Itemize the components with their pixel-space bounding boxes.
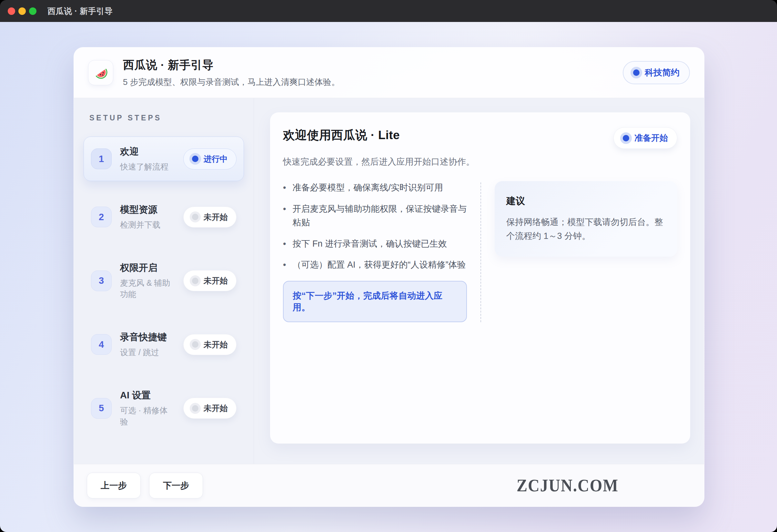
step-title: AI 设置 — [120, 389, 175, 402]
setup-steps-heading: SETUP STEPS — [89, 114, 244, 122]
panel-title: 欢迎使用西瓜说 · Lite — [283, 127, 400, 143]
step-number: 2 — [91, 207, 112, 227]
app-title: 西瓜说 · 新手引导 — [123, 58, 340, 73]
checklist-item-text: 按下 Fn 进行录音测试，确认按键已生效 — [292, 237, 447, 251]
close-window-button[interactable] — [8, 7, 15, 15]
app-logo — [88, 60, 113, 85]
sidebar-step-models[interactable]: 2 模型资源 检测并下载 未开始 — [84, 195, 244, 239]
bullet-icon: • — [283, 258, 286, 272]
steps-list: 1 欢迎 快速了解流程 进行中 2 — [84, 136, 244, 436]
card-body: SETUP STEPS 1 欢迎 快速了解流程 进行中 — [74, 98, 704, 464]
sidebar: SETUP STEPS 1 欢迎 快速了解流程 进行中 — [74, 98, 254, 464]
watermelon-icon — [93, 65, 108, 81]
status-dot-icon — [192, 155, 199, 162]
sidebar-step-hotkey[interactable]: 4 录音快捷键 设置 / 跳过 未开始 — [84, 322, 244, 367]
step-status-badge: 未开始 — [183, 270, 236, 291]
step-text: 模型资源 检测并下载 — [120, 203, 175, 230]
welcome-panel: 欢迎使用西瓜说 · Lite 准备开始 快速完成必要设置，然后进入应用开始口述协… — [270, 112, 690, 443]
next-step-callout: 按“下一步”开始，完成后将自动进入应用。 — [283, 281, 467, 322]
dashed-divider — [480, 182, 481, 322]
checklist-item-text: 开启麦克风与辅助功能权限，保证按键录音与粘贴 — [292, 202, 467, 229]
step-status-badge: 未开始 — [183, 398, 236, 419]
panel-header: 欢迎使用西瓜说 · Lite 准备开始 — [283, 127, 677, 149]
step-status-badge: 进行中 — [183, 148, 236, 170]
card-footer: 上一步 下一步 ZCJUN.COM — [74, 464, 704, 507]
checklist-column: • 准备必要模型，确保离线/实时识别可用 • 开启麦克风与辅助功能权限，保证按键… — [283, 181, 467, 322]
step-status-label: 进行中 — [204, 154, 228, 164]
checklist-item: • 开启麦克风与辅助功能权限，保证按键录音与粘贴 — [283, 202, 467, 229]
checklist-item: • 按下 Fn 进行录音测试，确认按键已生效 — [283, 237, 467, 251]
ready-status-badge: 准备开始 — [614, 127, 677, 149]
theme-badge[interactable]: 科技简约 — [623, 61, 690, 84]
step-text: 权限开启 麦克风 & 辅助功能 — [120, 261, 175, 300]
step-text: 欢迎 快速了解流程 — [120, 145, 175, 173]
sidebar-step-ai[interactable]: 5 AI 设置 可选 · 精修体验 未开始 — [84, 380, 244, 436]
step-desc: 检测并下载 — [120, 219, 175, 230]
onboarding-card: 西瓜说 · 新手引导 5 步完成模型、权限与录音测试，马上进入清爽口述体验。 科… — [74, 47, 704, 507]
step-status-badge: 未开始 — [183, 207, 236, 228]
header-text: 西瓜说 · 新手引导 5 步完成模型、权限与录音测试，马上进入清爽口述体验。 — [123, 58, 340, 88]
status-dot-icon — [192, 405, 199, 412]
next-step-button[interactable]: 下一步 — [149, 472, 203, 499]
card-header: 西瓜说 · 新手引导 5 步完成模型、权限与录音测试，马上进入清爽口述体验。 科… — [74, 47, 704, 98]
checklist-item-text: 准备必要模型，确保离线/实时识别可用 — [292, 181, 443, 195]
status-dot-icon — [192, 214, 199, 220]
app-window: 西瓜说 · 新手引导 — [0, 0, 777, 532]
previous-step-button[interactable]: 上一步 — [87, 472, 141, 499]
step-status-label: 未开始 — [204, 212, 228, 222]
sidebar-step-permissions[interactable]: 3 权限开启 麦克风 & 辅助功能 未开始 — [84, 253, 244, 309]
step-number: 5 — [91, 398, 112, 419]
step-title: 欢迎 — [120, 145, 175, 158]
bullet-icon: • — [283, 202, 286, 229]
tip-title: 建议 — [506, 195, 666, 208]
step-status-label: 未开始 — [204, 403, 228, 414]
window-titlebar: 西瓜说 · 新手引导 — [0, 0, 777, 22]
status-dot-icon — [192, 341, 199, 348]
dot-icon — [633, 70, 640, 76]
step-text: AI 设置 可选 · 精修体验 — [120, 389, 175, 427]
step-title: 模型资源 — [120, 203, 175, 216]
step-status-label: 未开始 — [204, 275, 228, 286]
page-background: 西瓜说 · 新手引导 5 步完成模型、权限与录音测试，马上进入清爽口述体验。 科… — [0, 22, 777, 532]
checklist-item: • 准备必要模型，确保离线/实时识别可用 — [283, 181, 467, 195]
step-desc: 麦克风 & 辅助功能 — [120, 277, 175, 300]
panel-subtitle: 快速完成必要设置，然后进入应用开始口述协作。 — [283, 156, 677, 168]
step-number: 3 — [91, 271, 112, 291]
step-status-label: 未开始 — [204, 339, 228, 350]
step-desc: 可选 · 精修体验 — [120, 405, 175, 427]
traffic-lights — [8, 7, 36, 15]
ready-status-label: 准备开始 — [634, 132, 668, 144]
step-status-badge: 未开始 — [183, 334, 236, 355]
step-desc: 设置 / 跳过 — [120, 347, 175, 358]
status-dot-icon — [192, 278, 199, 284]
theme-badge-label: 科技简约 — [645, 67, 680, 79]
step-text: 录音快捷键 设置 / 跳过 — [120, 331, 175, 358]
step-title: 录音快捷键 — [120, 331, 175, 344]
step-desc: 快速了解流程 — [120, 161, 175, 173]
checklist-item: • （可选）配置 AI，获得更好的“人设精修”体验 — [283, 258, 467, 272]
panel-columns: • 准备必要模型，确保离线/实时识别可用 • 开启麦克风与辅助功能权限，保证按键… — [283, 181, 677, 322]
watermark-text: ZCJUN.COM — [517, 475, 619, 496]
step-title: 权限开启 — [120, 261, 175, 275]
step-number: 4 — [91, 334, 112, 355]
zoom-window-button[interactable] — [29, 7, 36, 15]
window-title: 西瓜说 · 新手引导 — [47, 6, 113, 16]
checklist: • 准备必要模型，确保离线/实时识别可用 • 开启麦克风与辅助功能权限，保证按键… — [283, 181, 467, 272]
tip-column: 建议 保持网络畅通；模型下载请勿切后台。整个流程约 1～3 分钟。 — [495, 181, 677, 322]
minimize-window-button[interactable] — [18, 7, 26, 15]
sidebar-step-welcome[interactable]: 1 欢迎 快速了解流程 进行中 — [84, 136, 244, 181]
bullet-icon: • — [283, 237, 286, 251]
bullet-icon: • — [283, 181, 286, 195]
app-subtitle: 5 步完成模型、权限与录音测试，马上进入清爽口述体验。 — [123, 77, 340, 88]
main-area: 欢迎使用西瓜说 · Lite 准备开始 快速完成必要设置，然后进入应用开始口述协… — [254, 98, 704, 464]
step-number: 1 — [91, 148, 112, 169]
status-dot-icon — [623, 135, 629, 141]
tip-body: 保持网络畅通；模型下载请勿切后台。整个流程约 1～3 分钟。 — [506, 215, 666, 243]
tip-card: 建议 保持网络畅通；模型下载请勿切后台。整个流程约 1～3 分钟。 — [495, 181, 677, 257]
checklist-item-text: （可选）配置 AI，获得更好的“人设精修”体验 — [292, 258, 466, 272]
